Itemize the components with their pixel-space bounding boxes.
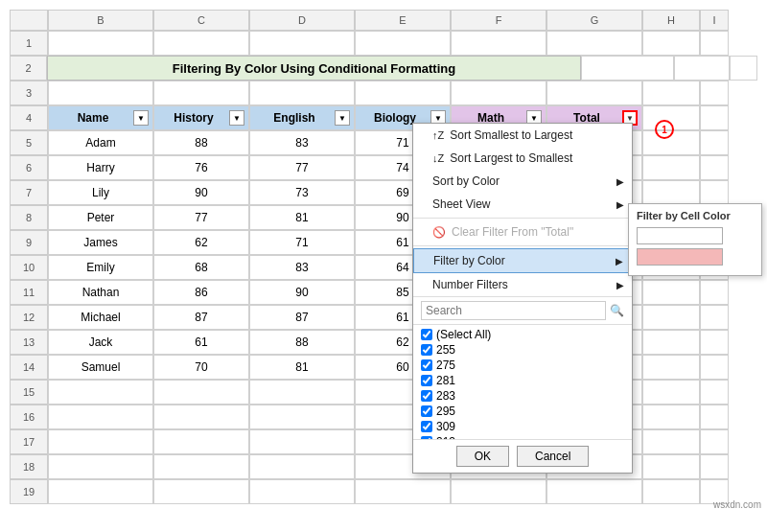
row-num-13: 13: [10, 330, 48, 355]
badge-1: 1: [655, 120, 674, 139]
white-swatch[interactable]: [637, 227, 723, 244]
pink-swatch[interactable]: [637, 248, 723, 266]
cell-name-10: Emily: [48, 255, 153, 280]
cell-english-8: 81: [249, 205, 355, 230]
empty-row-19: 19: [10, 479, 757, 504]
check-label-7: 313: [436, 435, 455, 439]
cell-c1: [153, 31, 249, 56]
filter-name-btn[interactable]: ▼: [133, 110, 149, 126]
check-item-5[interactable]: 295: [421, 404, 624, 419]
cell-name-7: Lily: [48, 180, 153, 205]
watermark: wsxdn.com: [713, 499, 761, 510]
check-item-3[interactable]: 281: [421, 373, 624, 388]
cell-name-11: Nathan: [48, 280, 153, 305]
cell-i7: [700, 180, 729, 205]
filter-history-btn[interactable]: ▼: [229, 110, 244, 126]
filter-by-color-item[interactable]: Filter by Color ▶: [413, 248, 632, 273]
data-row-12: 12 Michael 87 87 61: [10, 305, 757, 330]
sort-asc-item[interactable]: ↑Z Sort Smallest to Largest: [413, 124, 632, 147]
data-row-7: 7 Lily 90 73 69: [10, 180, 757, 205]
checkbox-2[interactable]: [421, 359, 432, 371]
cell-english-10: 83: [249, 255, 355, 280]
cell-name-14: Samuel: [48, 355, 153, 380]
cell-h13: [642, 330, 700, 355]
check-item-1[interactable]: 255: [421, 342, 624, 358]
sheet-view-arrow: ▶: [616, 199, 624, 210]
row-num-14: 14: [10, 355, 48, 380]
ok-button[interactable]: OK: [456, 446, 509, 467]
sort-asc-icon: ↑Z: [432, 129, 444, 141]
cell-name-5: Adam: [48, 130, 153, 155]
number-filters-label: Number Filters: [432, 278, 508, 291]
filter-english-btn[interactable]: ▼: [335, 110, 350, 126]
check-label-4: 283: [436, 389, 455, 403]
col-headers: B C D E F G H I: [10, 10, 757, 31]
cell-g2: [581, 56, 674, 81]
cancel-button[interactable]: Cancel: [517, 446, 589, 467]
cell-d1: [249, 31, 355, 56]
checkbox-4[interactable]: [421, 390, 432, 402]
cell-e3: [355, 81, 451, 105]
cell-h2: [674, 56, 730, 81]
check-label-3: 281: [436, 374, 455, 387]
col-header-E: E: [355, 10, 451, 31]
sort-desc-item[interactable]: ↓Z Sort Largest to Smallest: [413, 147, 632, 170]
cell-history-11: 86: [153, 280, 249, 305]
checkbox-1[interactable]: [421, 344, 432, 356]
number-filters-arrow: ▶: [616, 280, 624, 290]
header-name-label: Name: [53, 111, 133, 125]
search-input[interactable]: [421, 301, 606, 320]
cell-b1: [48, 31, 153, 56]
cell-i4: [700, 105, 729, 130]
data-row-6: 6 Harry 76 77 74: [10, 155, 757, 180]
number-filters-item[interactable]: Number Filters ▶: [413, 273, 632, 296]
cell-h12: [642, 305, 700, 330]
filter-by-color-arrow: ▶: [616, 256, 623, 266]
checkbox-0[interactable]: [421, 329, 432, 340]
row-3: 3: [10, 81, 48, 105]
checklist-area[interactable]: (Select All)255275281283295309313317: [413, 324, 632, 439]
row-num-10: 10: [10, 255, 48, 280]
data-row-14: 14 Samuel 70 81 60: [10, 355, 757, 380]
cell-english-9: 71: [249, 230, 355, 255]
cell-i12: [700, 305, 729, 330]
cell-english-12: 87: [249, 305, 355, 330]
col-header-F: F: [451, 10, 546, 31]
cell-history-6: 76: [153, 155, 249, 180]
sort-color-arrow: ▶: [616, 176, 624, 187]
col-header-I: I: [700, 10, 729, 31]
cell-history-10: 68: [153, 255, 249, 280]
cell-name-13: Jack: [48, 330, 153, 355]
checkbox-5[interactable]: [421, 405, 432, 417]
checkbox-6[interactable]: [421, 421, 432, 432]
checkbox-3[interactable]: [421, 375, 432, 386]
cell-name-12: Michael: [48, 305, 153, 330]
cell-history-9: 62: [153, 230, 249, 255]
check-label-2: 275: [436, 359, 455, 372]
cell-i6: [700, 155, 729, 180]
col-header-C: C: [153, 10, 249, 31]
check-item-2[interactable]: 275: [421, 358, 624, 373]
cell-history-14: 70: [153, 355, 249, 380]
cell-i13: [700, 330, 729, 355]
checkbox-7[interactable]: [421, 436, 432, 439]
header-english-label: English: [254, 111, 335, 125]
cell-h6: [642, 155, 700, 180]
dropdown-container: ↑Z Sort Smallest to Largest ↓Z Sort Larg…: [412, 123, 633, 474]
col-header-D: D: [249, 10, 355, 31]
cell-history-8: 77: [153, 205, 249, 230]
check-item-4[interactable]: 283: [421, 388, 624, 404]
cell-english-11: 90: [249, 280, 355, 305]
spreadsheet-container: B C D E F G H I 1 2 Filtering By Color U…: [0, 0, 767, 514]
title-text: Filtering By Color Using Conditional For…: [173, 61, 455, 76]
check-item-0[interactable]: (Select All): [421, 327, 624, 342]
cell-e1: [355, 31, 451, 56]
cell-english-14: 81: [249, 355, 355, 380]
filter-by-color-label: Filter by Color: [433, 254, 505, 267]
check-item-6[interactable]: 309: [421, 419, 624, 434]
empty-row-15: 15: [10, 380, 757, 405]
cell-name-8: Peter: [48, 205, 153, 230]
cell-name-6: Harry: [48, 155, 153, 180]
sheet-view-item[interactable]: Sheet View ▶: [413, 193, 632, 216]
sort-color-item[interactable]: Sort by Color ▶: [413, 170, 632, 193]
